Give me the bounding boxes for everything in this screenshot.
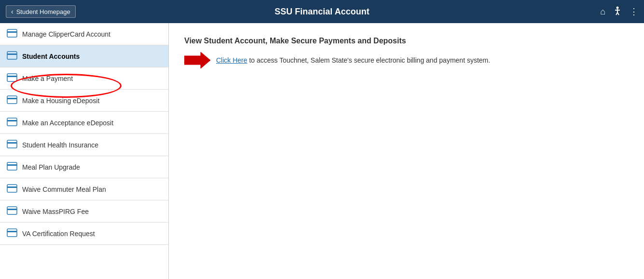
svg-rect-7 (7, 52, 17, 59)
menu-icon (7, 162, 17, 172)
menu-icon (7, 228, 17, 239)
sidebar-item-make-payment[interactable]: Make a Payment (0, 67, 168, 90)
back-label: Student Homepage (16, 8, 70, 15)
accessibility-icon[interactable] (612, 5, 623, 18)
menu-icon (7, 95, 17, 106)
back-button[interactable]: ‹ Student Homepage (6, 5, 76, 18)
svg-rect-6 (7, 31, 17, 33)
collapse-sidebar-button[interactable]: ▮▮ (168, 201, 169, 222)
menu-icon (7, 206, 17, 216)
svg-marker-25 (184, 52, 210, 68)
main-layout: Manage ClipperCard Account Student Accou… (0, 23, 644, 279)
svg-rect-23 (7, 229, 17, 237)
sidebar-item-acceptance-edeposit[interactable]: Make an Acceptance eDeposit (0, 112, 168, 134)
main-content: View Student Account, Make Secure Paymen… (169, 23, 644, 279)
click-here-link[interactable]: Click Here (216, 56, 247, 64)
content-heading: View Student Account, Make Secure Paymen… (184, 37, 629, 45)
sidebar-item-label: Make a Housing eDeposit (22, 97, 99, 105)
sidebar-item-label: Make an Acceptance eDeposit (22, 119, 113, 127)
sidebar-item-waive-masspirg[interactable]: Waive MassPIRG Fee ▮▮ (0, 200, 168, 223)
chevron-left-icon: ‹ (11, 8, 14, 15)
svg-rect-9 (7, 74, 17, 81)
sidebar-item-housing-edeposit[interactable]: Make a Housing eDeposit (0, 90, 168, 112)
sidebar-item-label: Student Accounts (22, 53, 80, 60)
sidebar-item-label: Manage ClipperCard Account (22, 30, 110, 38)
svg-rect-24 (7, 231, 17, 232)
more-options-icon[interactable]: ⋮ (630, 6, 638, 17)
svg-rect-14 (7, 120, 17, 121)
header-icons: ⌂ ⋮ (600, 5, 638, 18)
svg-rect-10 (7, 76, 17, 77)
svg-rect-16 (7, 142, 17, 144)
app-header: ‹ Student Homepage SSU Financial Account… (0, 0, 644, 23)
page-title: SSU Financial Account (274, 7, 369, 17)
home-icon[interactable]: ⌂ (600, 7, 605, 17)
sidebar-item-meal-plan-upgrade[interactable]: Meal Plan Upgrade (0, 156, 168, 178)
sidebar-item-manage-clippercard[interactable]: Manage ClipperCard Account (0, 23, 168, 45)
svg-rect-19 (7, 185, 17, 192)
heading-text: View Student Account, Make Secure Paymen… (184, 37, 406, 45)
menu-icon (7, 140, 17, 150)
svg-rect-5 (7, 29, 17, 37)
svg-rect-13 (7, 118, 17, 126)
menu-icon (7, 184, 17, 194)
svg-line-4 (617, 13, 619, 15)
sidebar-item-label: Make a Payment (22, 75, 73, 82)
menu-icon (7, 73, 17, 83)
svg-rect-20 (7, 186, 17, 188)
svg-rect-21 (7, 207, 17, 214)
svg-rect-17 (7, 162, 17, 170)
svg-rect-11 (7, 96, 17, 104)
sidebar-item-label: Waive MassPIRG Fee (22, 208, 89, 215)
svg-rect-8 (7, 53, 17, 55)
menu-icon (7, 29, 17, 39)
sidebar-item-label: Student Health Insurance (22, 141, 98, 149)
content-body: Click Here to access Touchnet, Salem Sta… (184, 52, 629, 68)
sidebar-item-student-accounts[interactable]: Student Accounts (0, 45, 168, 67)
sidebar-item-label: VA Certification Request (22, 230, 95, 238)
sidebar-item-health-insurance[interactable]: Student Health Insurance (0, 134, 168, 156)
svg-point-0 (617, 6, 619, 9)
sidebar-item-waive-commuter[interactable]: Waive Commuter Meal Plan (0, 178, 168, 200)
menu-icon (7, 51, 17, 61)
sidebar: Manage ClipperCard Account Student Accou… (0, 23, 169, 279)
svg-rect-15 (7, 140, 17, 148)
sidebar-item-label: Meal Plan Upgrade (22, 163, 80, 171)
sidebar-item-va-certification[interactable]: VA Certification Request (0, 223, 168, 245)
svg-rect-18 (7, 164, 17, 166)
sidebar-item-label: Waive Commuter Meal Plan (22, 186, 106, 193)
content-description: Click Here to access Touchnet, Salem Sta… (216, 55, 490, 66)
svg-rect-22 (7, 209, 17, 210)
description-text: to access Touchnet, Salem State's secure… (247, 56, 491, 64)
red-arrow-icon (184, 52, 210, 68)
menu-icon (7, 118, 17, 128)
svg-rect-12 (7, 98, 17, 99)
